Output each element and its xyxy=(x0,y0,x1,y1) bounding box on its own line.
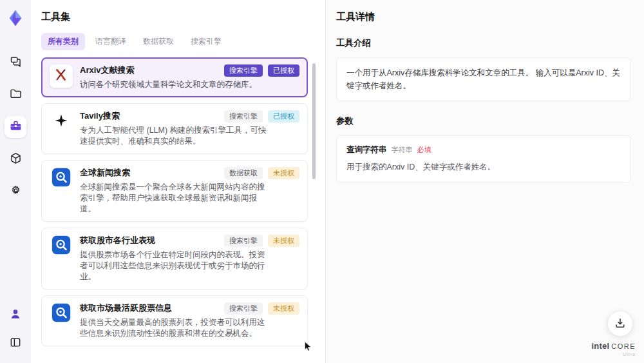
sidebar xyxy=(0,0,32,363)
tool-description: 专为人工智能代理 (LLM) 构建的搜索引擎工具，可快速提供实时、准确和真实的结… xyxy=(80,125,270,147)
tool-category-badge: 数据获取 xyxy=(224,167,263,179)
tool-card[interactable]: Tavily搜索 搜索引擎 已授权 专为人工智能代理 (LLM) 构建的搜索引擎… xyxy=(41,103,308,154)
intro-text: 一个用于从Arxiv存储库搜索科学论文和文章的工具。 输入可以是Arxiv ID… xyxy=(346,66,621,92)
tool-description: 提供股票市场各个行业在特定时间段内的表现。投资者可以利用这些信息来识别表现优于或… xyxy=(80,250,270,282)
sidebar-item-models[interactable] xyxy=(5,148,26,170)
param-box: 查询字符串 字符串 必填 用于搜索的Arxiv ID、关键字或作者姓名。 xyxy=(336,135,631,182)
search-tile-icon xyxy=(50,166,72,191)
app-logo-icon xyxy=(5,8,26,28)
chat-icon xyxy=(9,55,23,70)
sidebar-item-tools[interactable] xyxy=(5,116,26,138)
toolbox-icon xyxy=(9,119,23,135)
tool-name: 全球新闻搜索 xyxy=(80,167,130,178)
category-tab[interactable]: 搜索引擎 xyxy=(184,33,228,50)
tool-body: 获取股市各行业表现 搜索引擎 未授权 提供股票市场各个行业在特定时间段内的表现。… xyxy=(80,235,299,282)
tool-icon xyxy=(50,235,73,258)
tool-auth-badge: 已授权 xyxy=(268,64,299,77)
detail-panel: 工具详情 工具介绍 一个用于从Arxiv存储库搜索科学论文和文章的工具。 输入可… xyxy=(325,0,644,363)
tool-category-badge: 搜索引擎 xyxy=(224,110,263,123)
panel-toggle-icon xyxy=(9,336,22,351)
tool-badges: 搜索引擎 已授权 xyxy=(224,110,299,123)
app-window: 工具集 所有类别语言翻译数据获取搜索引擎 Arxiv文献搜索 搜索引擎 已授权 … xyxy=(0,0,644,363)
search-tile-icon xyxy=(50,302,72,326)
tool-name: Tavily搜索 xyxy=(80,110,120,121)
sidebar-item-chat[interactable] xyxy=(5,52,26,74)
tool-category-badge: 搜索引擎 xyxy=(224,64,263,77)
intro-heading: 工具介绍 xyxy=(336,37,631,49)
detail-panel-title: 工具详情 xyxy=(336,11,631,23)
user-icon xyxy=(9,308,22,322)
tool-card[interactable]: 获取市场最活跃股票信息 搜索引擎 未授权 提供当天交易量最高的股票列表，投资者可… xyxy=(41,295,308,346)
arxiv-icon xyxy=(53,66,70,86)
tool-description: 全球新闻搜索是一个聚合全球各大新闻网站内容的搜索引擎，帮助用户快速获取全球最新资… xyxy=(80,182,270,215)
tool-badges: 搜索引擎 未授权 xyxy=(224,235,299,247)
param-required-badge: 必填 xyxy=(417,145,431,155)
sidebar-footer xyxy=(5,304,26,354)
category-tab[interactable]: 所有类别 xyxy=(41,33,85,50)
param-type: 字符串 xyxy=(392,145,413,155)
tool-icon xyxy=(50,64,73,88)
intel-core-watermark: intel CORE Ultra xyxy=(591,342,636,357)
intro-box: 一个用于从Arxiv存储库搜索科学论文和文章的工具。 输入可以是Arxiv ID… xyxy=(336,57,631,101)
tool-icon xyxy=(50,167,73,190)
tool-body: Tavily搜索 搜索引擎 已授权 专为人工智能代理 (LLM) 构建的搜索引擎… xyxy=(80,110,299,147)
folder-icon xyxy=(9,87,23,103)
tavily-star-icon xyxy=(53,113,69,131)
tool-badges: 数据获取 未授权 xyxy=(224,167,299,179)
gear-icon xyxy=(9,184,23,199)
user-avatar-button[interactable] xyxy=(5,304,26,326)
sidebar-item-files[interactable] xyxy=(5,84,26,106)
core-logo-text: CORE xyxy=(611,343,636,350)
tool-body: 获取市场最活跃股票信息 搜索引擎 未授权 提供当天交易量最高的股票列表，投资者可… xyxy=(80,302,299,339)
tool-auth-badge: 未授权 xyxy=(268,235,299,247)
tool-badges: 搜索引擎 未授权 xyxy=(224,302,299,315)
tool-description: 提供当天交易量最高的股票列表，投资者可以利用这些信息来识别流动性强的股票和潜在的… xyxy=(80,317,270,339)
core-logo-subtext: Ultra xyxy=(591,352,636,357)
category-tab[interactable]: 数据获取 xyxy=(137,33,180,50)
cube-icon xyxy=(9,152,23,167)
tool-category-badge: 搜索引擎 xyxy=(224,235,263,247)
tool-list: Arxiv文献搜索 搜索引擎 已授权 访问各个研究领域大量科学论文和文章的存储库… xyxy=(31,56,325,349)
tool-icon xyxy=(50,110,73,133)
tool-card[interactable]: 获取股市各行业表现 搜索引擎 未授权 提供股票市场各个行业在特定时间段内的表现。… xyxy=(41,228,308,289)
tool-badges: 搜索引擎 已授权 xyxy=(224,64,299,77)
param-description: 用于搜索的Arxiv ID、关键字或作者姓名。 xyxy=(346,161,621,173)
panel-toggle-button[interactable] xyxy=(5,332,26,354)
category-tabs: 所有类别语言翻译数据获取搜索引擎 xyxy=(41,33,315,50)
category-tab[interactable]: 语言翻译 xyxy=(89,33,133,50)
tool-card[interactable]: 全球新闻搜索 数据获取 未授权 全球新闻搜索是一个聚合全球各大新闻网站内容的搜索… xyxy=(41,160,308,222)
sidebar-item-settings[interactable] xyxy=(5,181,26,202)
download-button[interactable] xyxy=(607,311,633,337)
tool-auth-badge: 未授权 xyxy=(268,167,299,179)
sidebar-nav xyxy=(5,52,26,202)
tool-name: Arxiv文献搜索 xyxy=(80,64,135,75)
tools-panel: 工具集 所有类别语言翻译数据获取搜索引擎 Arxiv文献搜索 搜索引擎 已授权 … xyxy=(31,0,325,363)
tool-category-badge: 搜索引擎 xyxy=(224,302,263,315)
params-heading: 参数 xyxy=(336,115,631,127)
tool-body: Arxiv文献搜索 搜索引擎 已授权 访问各个研究领域大量科学论文和文章的存储库… xyxy=(80,64,299,90)
search-tile-icon xyxy=(50,234,72,259)
tool-card[interactable]: Arxiv文献搜索 搜索引擎 已授权 访问各个研究领域大量科学论文和文章的存储库… xyxy=(41,57,308,97)
param-name: 查询字符串 xyxy=(346,144,387,155)
tool-body: 全球新闻搜索 数据获取 未授权 全球新闻搜索是一个聚合全球各大新闻网站内容的搜索… xyxy=(80,167,299,215)
tool-name: 获取股市各行业表现 xyxy=(80,235,155,246)
download-icon xyxy=(614,317,627,331)
tool-icon xyxy=(50,302,73,326)
list-scrollbar-thumb[interactable] xyxy=(312,63,316,179)
tool-description: 访问各个研究领域大量科学论文和文章的存储库。 xyxy=(80,79,270,90)
tool-auth-badge: 已授权 xyxy=(268,110,299,123)
tool-name: 获取市场最活跃股票信息 xyxy=(80,302,172,313)
intel-logo-text: intel xyxy=(591,342,609,350)
tools-panel-title: 工具集 xyxy=(41,11,315,23)
tool-auth-badge: 未授权 xyxy=(268,302,299,315)
